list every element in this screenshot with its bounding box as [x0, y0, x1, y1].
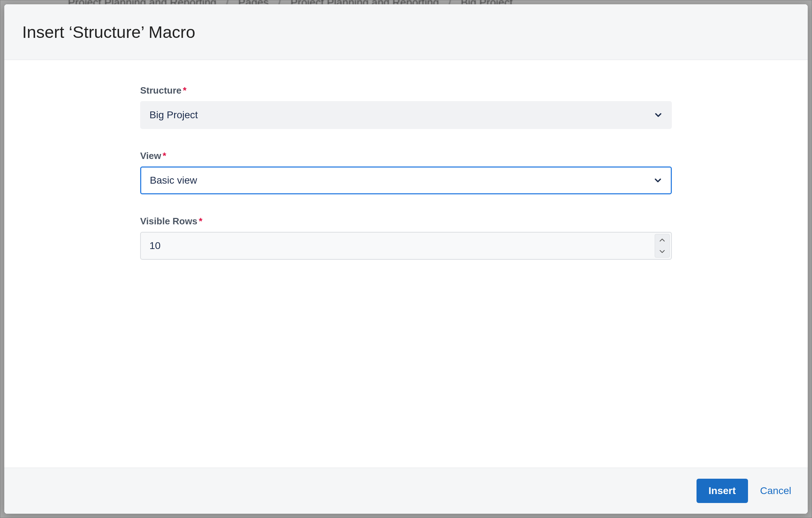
structure-field-group: Structure* Big Project — [140, 85, 672, 129]
modal-title: Insert ‘Structure’ Macro — [22, 22, 790, 42]
view-select-value: Basic view — [150, 175, 197, 186]
visible-rows-label-text: Visible Rows — [140, 216, 197, 226]
view-select[interactable]: Basic view — [140, 166, 672, 194]
stepper-up-button[interactable] — [655, 234, 669, 246]
modal-footer: Insert Cancel — [4, 468, 808, 514]
view-field-group: View* Basic view — [140, 150, 672, 194]
number-stepper — [655, 234, 670, 258]
required-indicator: * — [163, 150, 166, 161]
structure-label: Structure* — [140, 85, 672, 96]
visible-rows-input[interactable] — [141, 233, 671, 259]
structure-select-value: Big Project — [149, 109, 198, 121]
required-indicator: * — [199, 216, 202, 226]
chevron-down-icon — [653, 110, 663, 120]
insert-button[interactable]: Insert — [697, 479, 748, 503]
required-indicator: * — [183, 85, 187, 96]
visible-rows-field-group: Visible Rows* — [140, 216, 672, 260]
modal-header: Insert ‘Structure’ Macro — [4, 4, 808, 60]
visible-rows-input-wrap — [140, 232, 672, 260]
view-label-text: View — [140, 150, 161, 161]
chevron-down-icon — [653, 175, 663, 185]
insert-macro-modal: Insert ‘Structure’ Macro Structure* Big … — [4, 4, 808, 514]
structure-label-text: Structure — [140, 85, 182, 96]
structure-select[interactable]: Big Project — [140, 101, 672, 129]
visible-rows-label: Visible Rows* — [140, 216, 672, 227]
stepper-down-button[interactable] — [655, 246, 669, 257]
modal-body: Structure* Big Project View* Basic view — [4, 60, 808, 468]
cancel-button[interactable]: Cancel — [757, 479, 795, 503]
view-label: View* — [140, 150, 672, 161]
